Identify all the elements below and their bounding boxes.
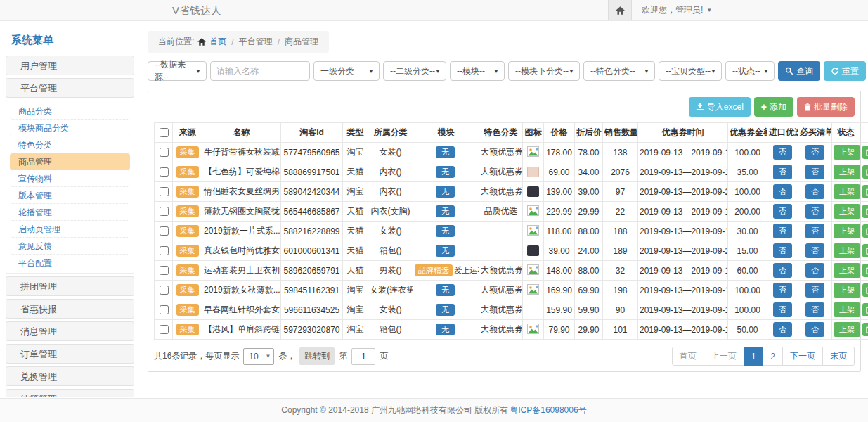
page-button-2[interactable]: 2 xyxy=(763,347,783,366)
page-number-input[interactable] xyxy=(351,348,375,365)
filter-select[interactable]: --数据来源-- ▼ xyxy=(148,61,207,81)
status-button[interactable]: 上架 xyxy=(834,322,860,337)
page-button-1[interactable]: 1 xyxy=(744,347,764,366)
sidebar-sub-item[interactable]: 轮播管理 xyxy=(10,204,130,221)
import-select-toggle[interactable]: 否 xyxy=(773,165,792,179)
status-button[interactable]: 上架 xyxy=(834,165,860,179)
import-select-toggle[interactable]: 否 xyxy=(773,322,792,337)
filter-select[interactable]: --特色分类-- ▼ xyxy=(583,61,655,81)
import-select-toggle[interactable]: 否 xyxy=(773,243,792,258)
must-buy-toggle[interactable]: 否 xyxy=(805,145,824,160)
status-button[interactable]: 上架 xyxy=(834,145,860,160)
page-button-上一页[interactable]: 上一页 xyxy=(704,347,744,366)
edit-button[interactable] xyxy=(862,264,868,277)
sidebar-group-item[interactable]: 订单管理 xyxy=(6,344,134,364)
row-checkbox[interactable] xyxy=(160,325,169,334)
batch-delete-button[interactable]: 批量删除 xyxy=(797,97,855,117)
import-select-toggle[interactable]: 否 xyxy=(773,184,792,199)
must-buy-toggle[interactable]: 否 xyxy=(805,184,824,199)
column-header: 进口优选 xyxy=(767,123,798,143)
per-page-select[interactable]: 10 ▼ xyxy=(243,348,274,365)
icp-link[interactable]: 粤ICP备16098006号 xyxy=(510,404,586,416)
row-checkbox[interactable] xyxy=(160,266,169,275)
sidebar-sub-item[interactable]: 商品分类 xyxy=(10,103,130,120)
must-buy-toggle[interactable]: 否 xyxy=(805,283,824,298)
status-button[interactable]: 上架 xyxy=(834,263,860,278)
status-button[interactable]: 上架 xyxy=(834,243,860,258)
add-button[interactable]: + 添加 xyxy=(754,97,793,117)
jump-button[interactable]: 跳转到 xyxy=(299,347,335,365)
filter-select-value: --特色分类-- xyxy=(590,65,635,77)
import-select-toggle[interactable]: 否 xyxy=(773,224,792,238)
filter-select[interactable]: --二级分类-- ▼ xyxy=(383,61,446,81)
must-buy-toggle[interactable]: 否 xyxy=(805,302,824,317)
sidebar-sub-item[interactable]: 模块商品分类 xyxy=(10,120,130,136)
product-thumbnail xyxy=(527,186,539,197)
must-buy-toggle[interactable]: 否 xyxy=(805,204,824,219)
status-button[interactable]: 上架 xyxy=(834,283,860,298)
row-checkbox[interactable] xyxy=(160,148,169,157)
import-select-toggle[interactable]: 否 xyxy=(773,302,792,317)
edit-button[interactable] xyxy=(862,323,868,336)
must-buy-toggle[interactable]: 否 xyxy=(805,263,824,278)
status-button[interactable]: 上架 xyxy=(834,204,860,219)
import-select-toggle[interactable]: 否 xyxy=(773,145,792,160)
sidebar-sub-item[interactable]: 版本管理 xyxy=(10,187,130,204)
filter-select[interactable]: --状态-- ▼ xyxy=(725,61,775,81)
column-header: 优惠券金额 xyxy=(728,123,767,143)
import-excel-button[interactable]: 导入excel xyxy=(689,97,751,117)
edit-button[interactable] xyxy=(862,165,868,179)
row-checkbox[interactable] xyxy=(160,226,169,236)
sidebar-sub-item[interactable]: 宣传物料 xyxy=(10,170,130,187)
user-menu[interactable]: 欢迎您，管理员! ▼ xyxy=(632,4,722,16)
import-select-toggle[interactable]: 否 xyxy=(773,204,792,219)
must-buy-toggle[interactable]: 否 xyxy=(805,224,824,238)
sidebar-sub-item[interactable]: 商品管理 xyxy=(10,153,130,170)
status-button[interactable]: 上架 xyxy=(834,224,860,238)
filter-select[interactable]: --模块下分类-- ▼ xyxy=(508,61,580,81)
row-checkbox[interactable] xyxy=(160,246,169,255)
filter-select[interactable]: --宝贝类型-- ▼ xyxy=(659,61,722,81)
sidebar-group-item[interactable]: 平台管理 xyxy=(6,78,134,98)
sidebar-group-item[interactable]: 消息管理 xyxy=(6,321,134,341)
sidebar-sub-item[interactable]: 特色分类 xyxy=(10,136,130,153)
must-buy-toggle[interactable]: 否 xyxy=(805,243,824,258)
breadcrumb-home-link[interactable]: 首页 xyxy=(209,36,226,48)
status-button[interactable]: 上架 xyxy=(834,302,860,317)
sidebar-sub-item[interactable]: 启动页管理 xyxy=(10,221,130,238)
filter-select[interactable]: --模块-- ▼ xyxy=(450,61,505,81)
sidebar-sub-item[interactable]: 平台配置 xyxy=(10,255,130,271)
home-button[interactable] xyxy=(608,0,632,20)
page-button-下一页[interactable]: 下一页 xyxy=(782,347,823,366)
row-checkbox[interactable] xyxy=(160,286,169,295)
must-buy-toggle[interactable]: 否 xyxy=(805,322,824,337)
sidebar-group-item[interactable]: 用户管理 xyxy=(6,56,134,75)
filter-select[interactable]: 一级分类 ▼ xyxy=(313,61,380,81)
row-checkbox[interactable] xyxy=(160,305,169,314)
edit-button[interactable] xyxy=(862,205,868,218)
edit-button[interactable] xyxy=(862,244,868,257)
page-button-末页[interactable]: 末页 xyxy=(822,347,855,366)
sidebar-group-item[interactable]: 兑换管理 xyxy=(6,366,134,386)
reset-button[interactable]: 重置 xyxy=(824,61,866,81)
import-select-toggle[interactable]: 否 xyxy=(773,283,792,298)
edit-button[interactable] xyxy=(862,283,868,297)
edit-button[interactable] xyxy=(862,303,868,316)
import-select-toggle[interactable]: 否 xyxy=(773,263,792,278)
row-checkbox[interactable] xyxy=(160,207,169,216)
name-search-input[interactable] xyxy=(210,61,310,81)
query-button[interactable]: 查询 xyxy=(778,61,820,81)
sidebar-group-item[interactable]: 省惠快报 xyxy=(6,299,134,319)
edit-button[interactable] xyxy=(862,224,868,238)
sidebar-sub-item[interactable]: 意见反馈 xyxy=(10,238,130,255)
page-button-首页[interactable]: 首页 xyxy=(672,347,704,366)
select-all-checkbox[interactable] xyxy=(160,128,169,137)
sidebar-group-item[interactable]: 结算管理 xyxy=(6,389,134,397)
edit-button[interactable] xyxy=(862,146,868,159)
sidebar-group-item[interactable]: 拼团管理 xyxy=(6,276,134,296)
row-checkbox[interactable] xyxy=(160,187,169,196)
edit-button[interactable] xyxy=(862,185,868,198)
status-button[interactable]: 上架 xyxy=(834,184,860,199)
must-buy-toggle[interactable]: 否 xyxy=(805,165,824,179)
row-checkbox[interactable] xyxy=(160,167,169,177)
